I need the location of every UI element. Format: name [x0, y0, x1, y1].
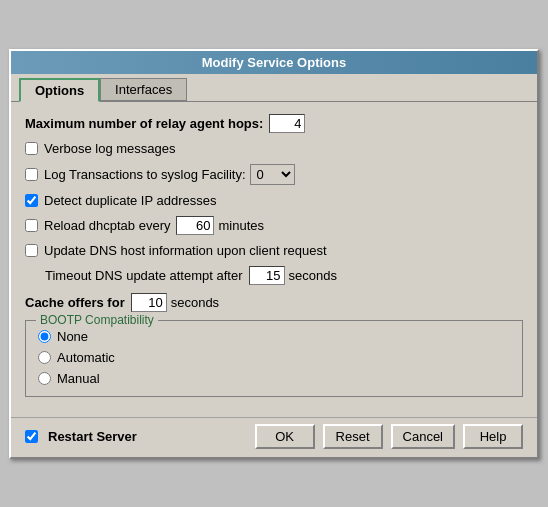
- tab-interfaces[interactable]: Interfaces: [100, 78, 187, 101]
- max-relay-label: Maximum number of relay agent hops:: [25, 116, 263, 131]
- reset-button[interactable]: Reset: [323, 424, 383, 449]
- tab-options[interactable]: Options: [19, 78, 100, 102]
- bootp-automatic-label: Automatic: [57, 350, 115, 365]
- update-dns-label: Update DNS host information upon client …: [44, 243, 327, 258]
- title-bar: Modify Service Options: [11, 51, 537, 74]
- timeout-suffix: seconds: [289, 268, 337, 283]
- window-title: Modify Service Options: [202, 55, 346, 70]
- verbose-log-label: Verbose log messages: [44, 141, 176, 156]
- reload-minutes-input[interactable]: [176, 216, 214, 235]
- max-relay-input[interactable]: [269, 114, 305, 133]
- footer: Restart Server OK Reset Cancel Help: [11, 417, 537, 457]
- bootp-group: BOOTP Compatibility None Automatic Manua…: [25, 320, 523, 397]
- ok-button[interactable]: OK: [255, 424, 315, 449]
- bootp-none-radio[interactable]: [38, 330, 51, 343]
- log-facility-select[interactable]: 0 1 2 3: [250, 164, 295, 185]
- restart-label: Restart Server: [48, 429, 137, 444]
- bootp-none-label: None: [57, 329, 88, 344]
- bootp-none-row: None: [38, 329, 510, 344]
- reload-dhcptab-label: Reload dhcptab every: [44, 218, 170, 233]
- reload-dhcptab-checkbox[interactable]: [25, 219, 38, 232]
- restart-checkbox[interactable]: [25, 430, 38, 443]
- reload-minutes-suffix: minutes: [218, 218, 264, 233]
- timeout-input[interactable]: [249, 266, 285, 285]
- tab-bar: Options Interfaces: [11, 74, 537, 102]
- verbose-log-checkbox[interactable]: [25, 142, 38, 155]
- log-transactions-checkbox[interactable]: [25, 168, 38, 181]
- update-dns-row: Update DNS host information upon client …: [25, 243, 523, 258]
- bootp-manual-row: Manual: [38, 371, 510, 386]
- bootp-automatic-radio[interactable]: [38, 351, 51, 364]
- restart-section: Restart Server: [25, 429, 255, 444]
- bootp-manual-radio[interactable]: [38, 372, 51, 385]
- update-dns-checkbox[interactable]: [25, 244, 38, 257]
- detect-duplicate-checkbox[interactable]: [25, 194, 38, 207]
- reload-dhcptab-row: Reload dhcptab every minutes: [25, 216, 523, 235]
- cache-label: Cache offers for: [25, 295, 125, 310]
- options-content: Maximum number of relay agent hops: Verb…: [11, 102, 537, 417]
- footer-buttons: OK Reset Cancel Help: [255, 424, 523, 449]
- bootp-manual-label: Manual: [57, 371, 100, 386]
- cancel-button[interactable]: Cancel: [391, 424, 455, 449]
- detect-duplicate-row: Detect duplicate IP addresses: [25, 193, 523, 208]
- log-transactions-row: Log Transactions to syslog Facility: 0 1…: [25, 164, 523, 185]
- main-window: Modify Service Options Options Interface…: [9, 49, 539, 459]
- cache-suffix: seconds: [171, 295, 219, 310]
- bootp-automatic-row: Automatic: [38, 350, 510, 365]
- help-button[interactable]: Help: [463, 424, 523, 449]
- detect-duplicate-label: Detect duplicate IP addresses: [44, 193, 216, 208]
- timeout-row: Timeout DNS update attempt after seconds: [25, 266, 523, 285]
- cache-row: Cache offers for seconds: [25, 293, 523, 312]
- bootp-legend: BOOTP Compatibility: [36, 313, 158, 327]
- verbose-log-row: Verbose log messages: [25, 141, 523, 156]
- log-transactions-label: Log Transactions to syslog Facility:: [44, 167, 246, 182]
- cache-input[interactable]: [131, 293, 167, 312]
- max-relay-row: Maximum number of relay agent hops:: [25, 114, 523, 133]
- timeout-label: Timeout DNS update attempt after: [45, 268, 243, 283]
